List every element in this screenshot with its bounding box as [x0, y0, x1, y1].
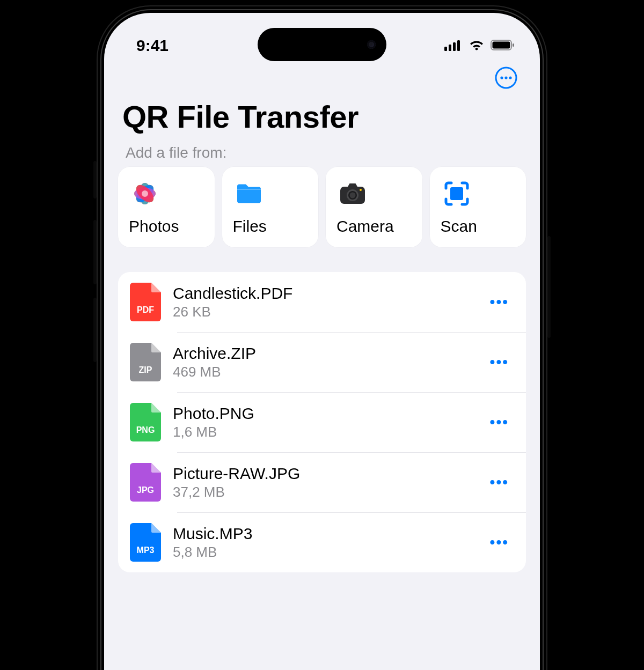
svg-rect-2 — [453, 42, 456, 51]
file-more-button[interactable]: ••• — [485, 408, 514, 436]
source-label: Files — [233, 217, 308, 235]
volume-down-button — [93, 298, 97, 362]
file-more-button[interactable]: ••• — [485, 528, 514, 556]
svg-point-19 — [142, 190, 148, 197]
file-row[interactable]: MP3 Music.MP3 5,8 MB ••• — [118, 512, 526, 572]
file-name: Music.MP3 — [173, 525, 473, 543]
file-type-icon: JPG — [130, 463, 161, 502]
file-name: Archive.ZIP — [173, 344, 473, 363]
file-more-button[interactable]: ••• — [485, 468, 514, 496]
wifi-icon — [468, 36, 485, 55]
scan-icon — [441, 178, 473, 210]
file-type-icon: PDF — [130, 283, 161, 321]
screen: 9:41 — [104, 13, 540, 670]
file-size: 1,6 MB — [173, 424, 473, 440]
file-size: 469 MB — [173, 364, 473, 380]
add-section-header: Add a file from: — [104, 144, 540, 167]
svg-rect-0 — [444, 47, 447, 51]
file-row[interactable]: PDF Candlestick.PDF 26 KB ••• — [118, 272, 526, 332]
more-button[interactable] — [493, 65, 519, 92]
file-list: PDF Candlestick.PDF 26 KB ••• ZIP Archiv… — [118, 272, 526, 572]
svg-point-10 — [509, 76, 511, 79]
ellipsis-icon: ••• — [490, 354, 509, 370]
file-size: 26 KB — [173, 304, 473, 320]
svg-rect-1 — [449, 45, 451, 51]
file-size: 37,2 MB — [173, 484, 473, 500]
svg-rect-25 — [450, 187, 463, 200]
svg-rect-5 — [493, 42, 510, 49]
add-from-camera[interactable]: Camera — [326, 167, 422, 247]
battery-icon — [491, 36, 515, 55]
svg-point-9 — [504, 76, 507, 79]
file-type-icon: PNG — [130, 403, 161, 441]
svg-point-8 — [500, 76, 503, 79]
phone-frame: 9:41 — [97, 5, 547, 670]
volume-up-button — [93, 220, 97, 284]
svg-rect-6 — [513, 43, 514, 47]
ellipsis-icon: ••• — [490, 293, 509, 310]
page-title: QR File Transfer — [104, 92, 540, 144]
add-sources-row: Photos Files — [104, 167, 540, 247]
source-label: Camera — [336, 217, 412, 235]
ellipsis-icon: ••• — [490, 414, 509, 430]
dynamic-island — [258, 28, 386, 61]
file-row[interactable]: ZIP Archive.ZIP 469 MB ••• — [118, 332, 526, 392]
file-type-icon: MP3 — [130, 523, 161, 562]
navbar — [104, 61, 540, 92]
file-row[interactable]: JPG Picture-RAW.JPG 37,2 MB ••• — [118, 452, 526, 512]
add-from-photos[interactable]: Photos — [118, 167, 215, 247]
file-name: Photo.PNG — [173, 404, 473, 423]
mute-switch — [93, 161, 97, 198]
file-size: 5,8 MB — [173, 544, 473, 561]
power-button — [547, 236, 551, 338]
file-more-button[interactable]: ••• — [485, 348, 514, 376]
cellular-icon — [444, 36, 463, 55]
folder-icon — [233, 178, 265, 210]
file-type-icon: ZIP — [130, 343, 161, 381]
svg-point-24 — [360, 189, 362, 191]
add-from-files[interactable]: Files — [222, 167, 319, 247]
camera-icon — [336, 178, 369, 210]
add-from-scan[interactable]: Scan — [430, 167, 526, 247]
file-more-button[interactable]: ••• — [485, 288, 514, 316]
svg-rect-3 — [457, 40, 460, 51]
ellipsis-icon: ••• — [490, 534, 509, 550]
file-name: Picture-RAW.JPG — [173, 465, 473, 483]
source-label: Photos — [129, 217, 204, 235]
status-time: 9:41 — [136, 36, 169, 55]
file-row[interactable]: PNG Photo.PNG 1,6 MB ••• — [118, 392, 526, 452]
ellipsis-circle-icon — [494, 66, 518, 92]
svg-point-23 — [350, 193, 356, 198]
photos-icon — [129, 178, 161, 210]
ellipsis-icon: ••• — [490, 474, 509, 490]
source-label: Scan — [441, 217, 516, 235]
file-name: Candlestick.PDF — [173, 284, 473, 303]
front-camera — [367, 40, 376, 49]
